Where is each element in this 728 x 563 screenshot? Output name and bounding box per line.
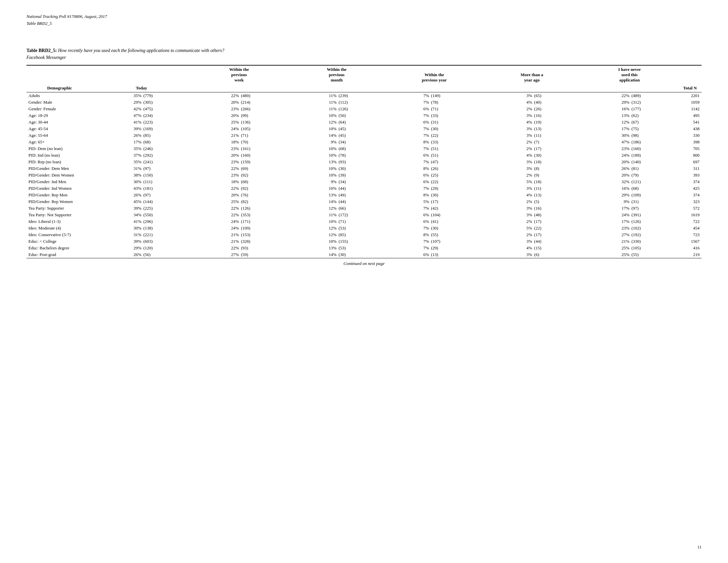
never-n: (68) <box>631 185 678 192</box>
more-n: (40) <box>533 99 581 106</box>
never-pct: 9% <box>581 198 631 205</box>
year-pct: 6% <box>386 106 431 112</box>
month-n: (93) <box>338 159 386 165</box>
never-pct: 13% <box>581 112 631 119</box>
week-pct: 23% <box>190 106 240 112</box>
more-n: (9) <box>533 172 581 178</box>
week-pct: 20% <box>190 99 240 106</box>
year-n: (149) <box>430 92 483 99</box>
year-pct: 6% <box>386 172 431 178</box>
month-n: (30) <box>338 251 386 258</box>
week-pct: 20% <box>190 112 240 119</box>
month-pct: 12% <box>288 205 338 211</box>
more-n: (17) <box>533 145 581 152</box>
today-pct: 39% <box>93 205 143 211</box>
never-n: (489) <box>631 92 678 99</box>
table-row: Gender: Male 29% (305) 20% (214) 11% (11… <box>26 99 702 106</box>
month-pct: 10% <box>288 218 338 225</box>
row-label: PID/Gender: Rep Men <box>26 192 93 198</box>
today-pct: 41% <box>93 119 143 125</box>
more-n: (22) <box>533 225 581 231</box>
week-n: (105) <box>240 125 288 132</box>
week-pct: 22% <box>190 245 240 251</box>
week-pct: 20% <box>190 192 240 198</box>
month-n: (44) <box>338 185 386 192</box>
never-pct: 17% <box>581 218 631 225</box>
week-n: (68) <box>240 178 288 185</box>
week-n: (126) <box>240 205 288 211</box>
year-n: (29) <box>430 245 483 251</box>
never-pct: 32% <box>581 178 631 185</box>
month-n: (30) <box>338 165 386 172</box>
month-n: (49) <box>338 192 386 198</box>
today-pct: 35% <box>93 92 143 99</box>
year-pct: 7% <box>386 238 431 245</box>
today-pct: 29% <box>93 245 143 251</box>
never-n: (75) <box>631 125 678 132</box>
year-pct: 6% <box>386 152 431 159</box>
today-pct: 17% <box>93 139 143 145</box>
today-pct: 34% <box>93 211 143 218</box>
week-pct: 22% <box>190 165 240 172</box>
year-n: (33) <box>430 139 483 145</box>
more-pct: 3% <box>483 211 533 218</box>
row-label: PID/Gender: Dem Women <box>26 172 93 178</box>
today-pct: 26% <box>93 251 143 258</box>
row-label: Ideo: Conservative (5-7) <box>26 231 93 238</box>
never-n: (98) <box>631 132 678 139</box>
today-n: (144) <box>143 198 190 205</box>
today-n: (150) <box>143 172 190 178</box>
more-pct: 2% <box>483 139 533 145</box>
row-label: Gender: Female <box>26 106 93 112</box>
table-row: Age: 55-64 26% (85) 21% (71) 14% (45) 7%… <box>26 132 702 139</box>
total-n: 374 <box>678 192 702 198</box>
month-n: (112) <box>338 99 386 106</box>
more-pct: 4% <box>483 152 533 159</box>
total-n: 374 <box>678 178 702 185</box>
never-pct: 12% <box>581 119 631 125</box>
today-pct: 35% <box>93 159 143 165</box>
today-n: (138) <box>143 225 190 231</box>
today-n: (97) <box>143 192 190 198</box>
more-n: (26) <box>533 106 581 112</box>
row-label: PID/Gender: Ind Women <box>26 185 93 192</box>
week-n: (153) <box>240 231 288 238</box>
never-pct: 24% <box>581 211 631 218</box>
year-n: (25) <box>430 172 483 178</box>
week-n: (69) <box>240 165 288 172</box>
more-pct: 2% <box>483 231 533 238</box>
week-pct: 24% <box>190 218 240 225</box>
row-label: PID/Gender: Dem Men <box>26 165 93 172</box>
year-n: (78) <box>430 99 483 106</box>
month-pct: 13% <box>288 245 338 251</box>
more-pct: 2% <box>483 106 533 112</box>
month-pct: 12% <box>288 231 338 238</box>
total-n: 800 <box>678 152 702 159</box>
month-n: (239) <box>338 92 386 99</box>
today-pct: 38% <box>93 172 143 178</box>
table-row: Educ: Post-grad 26% (56) 27% (59) 14% (3… <box>26 251 702 258</box>
month-n: (78) <box>338 152 386 159</box>
table-row: PID: Dem (no lean) 35% (246) 23% (161) 1… <box>26 145 702 152</box>
week-n: (82) <box>240 198 288 205</box>
month-n: (44) <box>338 198 386 205</box>
never-n: (62) <box>631 112 678 119</box>
today-n: (246) <box>143 145 190 152</box>
week-n: (70) <box>240 139 288 145</box>
never-pct: 27% <box>581 231 631 238</box>
month-n: (34) <box>338 139 386 145</box>
today-n: (97) <box>143 165 190 172</box>
year-n: (30) <box>430 192 483 198</box>
total-n: 425 <box>678 185 702 192</box>
month-n: (64) <box>338 119 386 125</box>
week-pct: 18% <box>190 139 240 145</box>
today-n: (475) <box>143 106 190 112</box>
total-n: 438 <box>678 125 702 132</box>
week-pct: 23% <box>190 159 240 165</box>
table-row: Gender: Female 42% (475) 23% (266) 11% (… <box>26 106 702 112</box>
total-n: 722 <box>678 218 702 225</box>
never-n: (192) <box>631 231 678 238</box>
month-pct: 11% <box>288 211 338 218</box>
table-row: Age: 18-29 47% (234) 20% (99) 10% (50) 7… <box>26 112 702 119</box>
never-pct: 47% <box>581 139 631 145</box>
